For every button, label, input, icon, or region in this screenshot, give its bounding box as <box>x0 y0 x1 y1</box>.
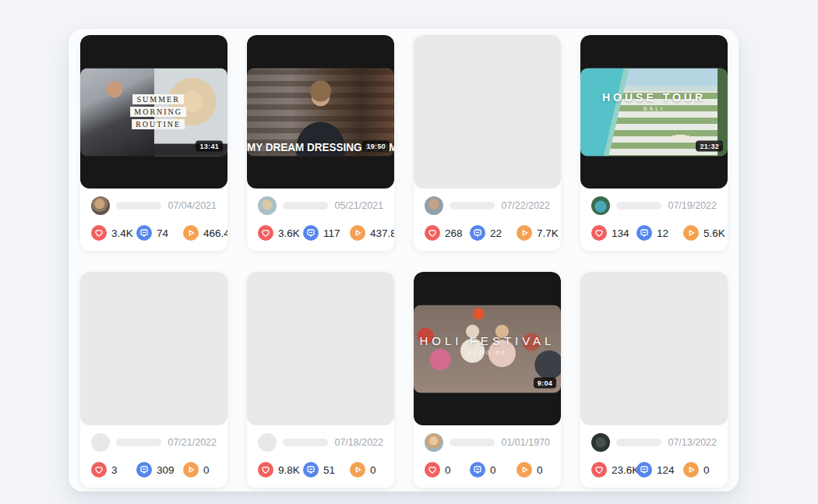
video-card[interactable]: HOLI FESTIVAL VLOG #6 9:04 01/01/1970 0 <box>414 272 561 488</box>
thumbnail-subtitle: VLOG #6 <box>414 350 561 355</box>
views-count: 5.6K <box>703 227 725 239</box>
video-thumbnail[interactable]: HOUSE TOUR BALI 21:32 <box>580 35 728 189</box>
heart-icon <box>258 225 273 241</box>
views-count: 0 <box>703 464 710 476</box>
thumbnail-title-line: ROUTINE <box>132 119 185 129</box>
username-skeleton <box>283 202 328 210</box>
video-card[interactable]: HOUSE TOUR BALI 21:32 07/19/2022 134 <box>580 35 728 251</box>
thumbnail-title-line: SUMMER <box>132 94 183 104</box>
comments-count: 22 <box>490 227 502 239</box>
views-stat: 437.8K <box>350 225 394 241</box>
comments-count: 117 <box>323 227 340 239</box>
video-thumbnail-placeholder[interactable] <box>80 272 227 425</box>
card-meta: 07/21/2022 <box>91 433 217 452</box>
comment-icon <box>636 225 652 241</box>
views-count: 7.7K <box>537 227 559 239</box>
thumbnail-title-line: MORNING <box>130 107 186 117</box>
likes-count: 0 <box>445 464 451 476</box>
username-skeleton <box>116 202 161 210</box>
likes-count: 134 <box>612 227 629 239</box>
video-thumbnail-placeholder[interactable] <box>247 272 394 425</box>
video-thumbnail-placeholder[interactable] <box>414 35 561 189</box>
thumbnail-image: SUMMER MORNING ROUTINE 13:41 <box>80 68 227 156</box>
likes-count: 3.6K <box>278 227 300 239</box>
views-count: 0 <box>537 464 543 476</box>
views-stat: 5.6K <box>683 225 725 241</box>
video-thumbnail-placeholder[interactable] <box>580 272 728 425</box>
card-meta: 07/19/2022 <box>591 196 717 215</box>
post-date: 07/04/2021 <box>167 200 217 211</box>
likes-count: 268 <box>445 227 463 239</box>
duration-badge: 19:50 <box>362 140 390 151</box>
avatar <box>591 433 610 452</box>
avatar <box>91 196 110 215</box>
post-date: 01/01/1970 <box>501 437 550 448</box>
video-grid-panel: SUMMER MORNING ROUTINE 13:41 07/04/2021 <box>69 29 739 492</box>
card-meta: 05/21/2021 <box>258 196 383 215</box>
avatar <box>425 196 443 215</box>
comments-stat: 22 <box>470 225 517 241</box>
username-skeleton <box>616 439 661 446</box>
username-skeleton <box>450 202 495 210</box>
likes-stat: 268 <box>425 225 470 241</box>
username-skeleton <box>450 439 495 446</box>
comments-stat: 51 <box>303 462 350 478</box>
post-date: 07/19/2022 <box>668 200 717 211</box>
video-card[interactable]: MY DREAM DRESSING ROOM 19:50 05/21/2021 … <box>247 35 394 251</box>
video-card[interactable]: 07/21/2022 3 309 0 <box>80 272 227 488</box>
views-count: 0 <box>370 464 376 476</box>
video-thumbnail[interactable]: MY DREAM DRESSING ROOM 19:50 <box>247 35 394 189</box>
thumbnail-image: HOUSE TOUR BALI 21:32 <box>580 68 728 156</box>
card-meta: 07/22/2022 <box>425 196 550 215</box>
card-info: 07/18/2022 9.8K 51 0 <box>247 425 394 488</box>
comments-count: 51 <box>323 464 335 476</box>
likes-count: 3.4K <box>111 227 133 239</box>
likes-stat: 9.8K <box>258 462 303 478</box>
comment-icon <box>303 462 319 478</box>
video-thumbnail[interactable]: HOLI FESTIVAL VLOG #6 9:04 <box>414 272 561 425</box>
video-card[interactable]: 07/18/2022 9.8K 51 0 <box>247 272 394 488</box>
card-stats: 3.4K 74 466.4K <box>91 225 217 241</box>
comments-stat: 309 <box>136 462 183 478</box>
post-date: 07/18/2022 <box>334 437 383 448</box>
heart-icon <box>91 225 107 241</box>
video-card[interactable]: SUMMER MORNING ROUTINE 13:41 07/04/2021 <box>80 35 227 251</box>
views-stat: 0 <box>517 462 550 478</box>
heart-icon <box>258 462 273 478</box>
thumbnail-title-text: HOUSE TOUR <box>580 91 728 104</box>
views-stat: 0 <box>350 462 383 478</box>
comments-count: 0 <box>490 464 496 476</box>
heart-icon <box>425 225 440 241</box>
card-meta: 01/01/1970 <box>425 433 550 452</box>
heart-icon <box>591 225 607 241</box>
thumbnail-title: HOUSE TOUR BALI <box>580 91 728 111</box>
duration-badge: 9:04 <box>534 377 556 388</box>
heart-icon <box>91 462 107 478</box>
card-meta: 07/18/2022 <box>258 433 383 452</box>
card-info: 07/13/2022 23.6K 124 0 <box>580 425 728 488</box>
comment-icon <box>136 462 152 478</box>
likes-count: 3 <box>111 464 118 476</box>
avatar-placeholder <box>91 433 110 452</box>
comments-stat: 12 <box>636 225 683 241</box>
card-meta: 07/13/2022 <box>591 433 717 452</box>
card-info: 05/21/2021 3.6K 117 437.8K <box>247 189 394 251</box>
play-icon <box>350 225 365 241</box>
video-card[interactable]: 07/22/2022 268 22 7.7K <box>414 35 561 251</box>
post-date: 05/21/2021 <box>334 200 383 211</box>
video-thumbnail[interactable]: SUMMER MORNING ROUTINE 13:41 <box>80 35 227 189</box>
play-icon <box>683 462 699 478</box>
comments-stat: 74 <box>136 225 183 241</box>
thumbnail-title: SUMMER MORNING ROUTINE <box>130 94 186 129</box>
views-count: 0 <box>203 464 210 476</box>
likes-stat: 23.6K <box>591 462 636 478</box>
card-info: 07/19/2022 134 12 5.6K <box>580 189 728 251</box>
card-stats: 3.6K 117 437.8K <box>258 225 383 241</box>
heart-icon <box>591 462 607 478</box>
avatar-placeholder <box>258 433 277 452</box>
card-meta: 07/04/2021 <box>91 196 217 215</box>
video-card[interactable]: 07/13/2022 23.6K 124 0 <box>580 272 728 488</box>
post-date: 07/22/2022 <box>501 200 550 211</box>
likes-stat: 134 <box>591 225 636 241</box>
comments-stat: 0 <box>470 462 517 478</box>
